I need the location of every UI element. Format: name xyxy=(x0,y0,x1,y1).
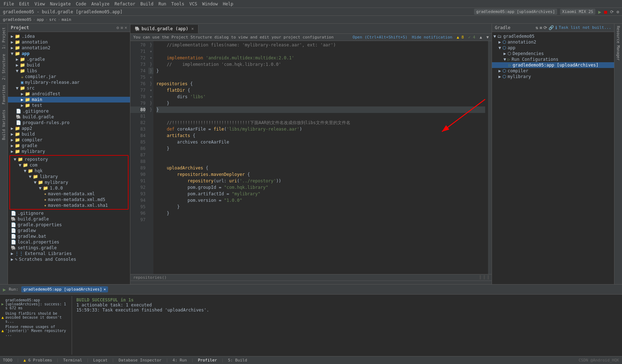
menu-tools[interactable]: Tools xyxy=(169,1,187,7)
tree-item-gitignore-root[interactable]: 📄 .gitignore xyxy=(8,210,130,216)
side-tab-project[interactable]: 1: Project xyxy=(1,25,6,51)
tree-item-idea[interactable]: ▶ 📁 .idea xyxy=(8,33,130,39)
status-logcat[interactable]: Logcat xyxy=(93,358,108,363)
menu-file[interactable]: File xyxy=(1,1,16,7)
breadcrumb-item-2[interactable]: src xyxy=(49,17,57,22)
chevron-up-icon[interactable]: ▲ xyxy=(480,35,482,40)
tree-item-main[interactable]: ▶ 📁 main xyxy=(8,97,130,103)
menu-run[interactable]: Run xyxy=(156,1,169,7)
fold-marker-repos[interactable]: ▾ xyxy=(148,48,153,55)
tree-item-build-root[interactable]: ▶ 📁 build xyxy=(8,131,130,137)
close-run-tab-icon[interactable]: × xyxy=(103,287,106,292)
menu-analyze[interactable]: Analyze xyxy=(89,1,112,7)
gradle-tree-app[interactable]: ▼ ⬡ app xyxy=(492,45,614,51)
tree-item-mylibrary-repo[interactable]: ▼ 📁 mylibrary xyxy=(11,179,127,185)
gradle-link-icon[interactable]: 🔗 xyxy=(549,25,554,30)
breadcrumb-item-1[interactable]: app xyxy=(37,17,44,22)
gradle-tree-mylibrary[interactable]: ▶ ⬡ mylibrary xyxy=(492,74,614,79)
breadcrumb-item-0[interactable]: gradledemo05 xyxy=(3,17,31,22)
tree-item-src[interactable]: ▼ 📁 src xyxy=(8,85,130,91)
gradle-tree-root[interactable]: ▼ 🗂 gradledemo05 xyxy=(492,33,614,39)
tree-item-compiler-jar[interactable]: ☕ compiler.jar xyxy=(8,74,130,79)
menu-edit[interactable]: Edit xyxy=(17,1,32,7)
editor-tab-build-gradle[interactable]: 🐘 build.gradle (app) × xyxy=(130,25,198,33)
device-selector[interactable]: Xiaomi MIX 2S xyxy=(560,9,595,15)
layout-icon[interactable]: ≡ xyxy=(121,25,123,30)
status-todo[interactable]: TODO xyxy=(3,358,13,363)
gradle-tree-dependencies[interactable]: ▶ ⬡ Dependencies xyxy=(492,51,614,56)
stop-button[interactable]: ■ xyxy=(604,9,607,15)
tree-item-scratches[interactable]: ▶ ✎ Scratches and Consoles xyxy=(8,256,130,262)
tree-item-build-gradle[interactable]: 🐘 build.gradle xyxy=(8,114,130,120)
status-profiler[interactable]: Profiler xyxy=(198,358,217,363)
tree-item-mylibrary[interactable]: ▶ 📁 mylibrary xyxy=(8,149,130,154)
gradle-collapse-icon[interactable]: ≡ xyxy=(540,25,542,30)
tree-item-100[interactable]: ▼ 📁 1.0.0 xyxy=(11,185,127,191)
status-problems[interactable]: ▲ 6 Problems xyxy=(23,358,52,363)
run-config-selector[interactable]: gradledemo05:app [uploadArchives] xyxy=(474,9,557,15)
tree-item-maven-metadata-sha1[interactable]: ✦ maven-metadata.xml.sha1 xyxy=(11,203,127,208)
menu-window[interactable]: Window xyxy=(200,1,220,7)
tree-item-build-gradle-root[interactable]: 🐘 build.gradle xyxy=(8,216,130,222)
editor-scrollbar[interactable] xyxy=(488,41,492,274)
tree-item-gitignore-app[interactable]: 📄 .gitignore xyxy=(8,108,130,114)
code-content[interactable]: //implementation files(name: 'mylibrary-… xyxy=(153,41,488,274)
status-build[interactable]: 5: Build xyxy=(228,358,247,363)
gradle-tree-upload-archives[interactable]: ▷ gradledemo05:app [uploadArchives] xyxy=(492,62,614,68)
menu-code[interactable]: Code xyxy=(74,1,89,7)
menu-view[interactable]: View xyxy=(32,1,47,7)
tree-item-maven-metadata-md5[interactable]: ✦ maven-metadata.xml.md5 xyxy=(11,197,127,203)
tree-item-settings-gradle[interactable]: 🐘 settings.gradle xyxy=(8,245,130,251)
tree-item-compiler[interactable]: ▶ 📁 compiler xyxy=(8,137,130,143)
tree-item-gradlew-bat[interactable]: 📄 gradlew.bat xyxy=(8,233,130,239)
chevron-down-icon[interactable]: ▼ xyxy=(486,35,489,40)
notification-hide[interactable]: Hide notification xyxy=(412,35,452,40)
gradle-tree-run-configs[interactable]: ▼ ▷ Run Configurations xyxy=(492,56,614,62)
tree-item-libs[interactable]: ▼ 📁 libs xyxy=(8,68,130,74)
tree-item-gradle[interactable]: ▶ 📁 .gradle xyxy=(8,56,130,62)
tree-item-external-libraries[interactable]: ▶ ⋮⋮ External Libraries xyxy=(8,251,130,256)
settings-button[interactable]: ⚙ xyxy=(617,9,619,14)
menu-navigate[interactable]: Navigate xyxy=(48,1,73,7)
breadcrumb-item-3[interactable]: main xyxy=(62,17,71,22)
tree-item-test[interactable]: ▶ 📁 test xyxy=(8,103,130,108)
tree-item-androidtest[interactable]: ▶ 📁 androidTest xyxy=(8,91,130,97)
tree-item-gradlew[interactable]: 📄 gradlew xyxy=(8,228,130,233)
tree-item-gradle-root[interactable]: ▶ 📁 gradle xyxy=(8,143,130,149)
menu-refactor[interactable]: Refactor xyxy=(112,1,138,7)
tree-item-hqk[interactable]: ▼ 📁 hqk xyxy=(11,168,127,174)
tree-item-gradle-properties[interactable]: 📄 gradle.properties xyxy=(8,222,130,228)
gradle-tree-annotation2[interactable]: ▶ ⬡ annotation2 xyxy=(492,39,614,45)
side-tab-favorites[interactable]: Favorites xyxy=(1,83,6,106)
tree-item-app2[interactable]: ▶ 📁 app2 xyxy=(8,126,130,131)
tree-item-mylibrary-aar[interactable]: ▣ mylibrary-release.aar xyxy=(8,79,130,85)
tree-item-build[interactable]: ▶ 📁 build xyxy=(8,62,130,68)
tree-item-annotation2[interactable]: ▶ 📁 annotation2 xyxy=(8,45,130,51)
tree-item-library[interactable]: ▼ 📁 library xyxy=(11,174,127,179)
tree-item-proguard[interactable]: 📄 proguard-rules.pro xyxy=(8,120,130,126)
side-tab-resource-manager[interactable]: Resource Manager xyxy=(616,24,621,63)
tree-item-annotation[interactable]: ▶ 📁 annotation xyxy=(8,39,130,45)
tree-item-repostory[interactable]: ▼ 📁 repostory xyxy=(11,156,127,162)
run-config-tab[interactable]: gradledemo05:app [uploadArchives] × xyxy=(21,286,108,292)
tree-item-app[interactable]: ▼ 📁 app xyxy=(8,51,130,56)
menu-vcs[interactable]: VCS xyxy=(187,1,200,7)
fold-close[interactable]: } xyxy=(148,42,153,48)
side-tab-structure[interactable]: 2: Structure xyxy=(1,52,6,82)
gradle-expand-icon[interactable]: ⇅ xyxy=(536,25,538,30)
status-terminal[interactable]: Terminal xyxy=(63,358,82,363)
status-db-inspector[interactable]: Database Inspector xyxy=(118,358,161,363)
gradle-tree-compiler[interactable]: ▶ ⬡ compiler xyxy=(492,68,614,74)
tree-item-com[interactable]: ▼ 📁 com xyxy=(11,162,127,168)
gradle-refresh-icon[interactable]: ⟳ xyxy=(543,25,547,30)
editor-hscrollbar[interactable] xyxy=(130,281,492,284)
run-button[interactable]: ▶ xyxy=(598,9,601,15)
tree-item-maven-metadata[interactable]: ✦ maven-metadata.xml xyxy=(11,191,127,197)
close-tab-icon[interactable]: × xyxy=(191,26,194,31)
menu-build[interactable]: Build xyxy=(138,1,156,7)
side-tab-build-variants[interactable]: Build Variants xyxy=(1,108,6,142)
collapse-icon[interactable]: × xyxy=(125,25,127,30)
menu-help[interactable]: Help xyxy=(221,1,236,7)
sync-button[interactable]: ⟳ xyxy=(610,9,614,14)
gear-icon[interactable]: ⚙ xyxy=(116,25,119,30)
